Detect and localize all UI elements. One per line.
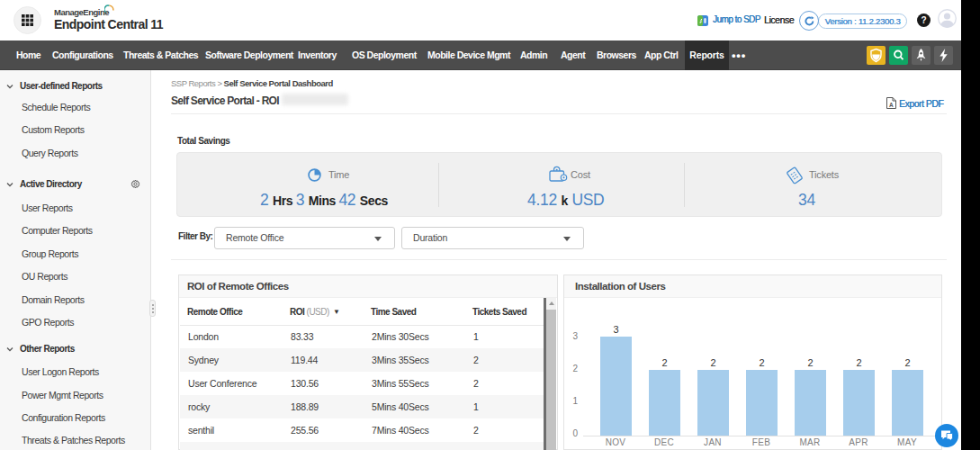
svg-text:A: A (889, 102, 894, 108)
